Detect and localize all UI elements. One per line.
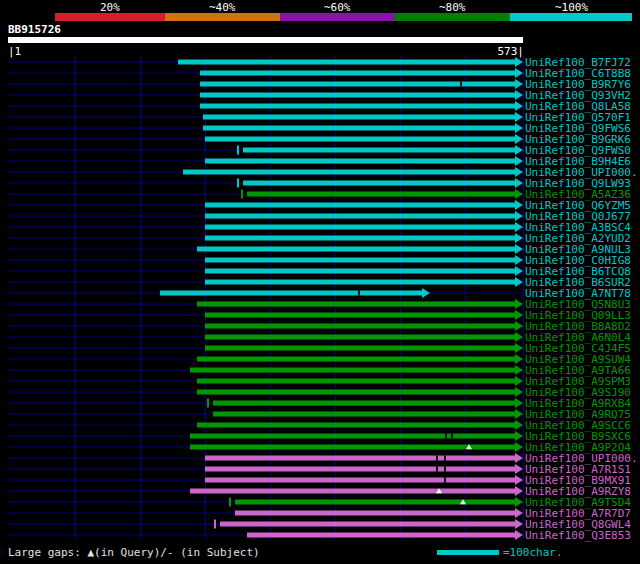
large-gaps-legend: Large gaps: ▲(in Query)/- (in Subject) [8, 546, 260, 559]
color-key-segment-40-60 [280, 13, 395, 21]
alignment-bar[interactable] [205, 224, 515, 229]
alignment-bar[interactable] [247, 191, 515, 196]
alignment-arrowhead [515, 222, 523, 232]
alignment-bar[interactable] [243, 147, 515, 152]
color-key-percent-label: ~40% [209, 2, 236, 13]
alignment-bar[interactable] [200, 103, 515, 108]
alignment-bar[interactable] [205, 279, 515, 284]
alignment-arrowhead [515, 134, 523, 144]
subject-gap-mark [444, 455, 446, 460]
alignment-bar[interactable] [243, 180, 515, 185]
scale-ruler-bar [437, 550, 499, 555]
color-key-percent-label: ~100% [555, 2, 588, 13]
query-gap-triangle-icon [436, 488, 442, 493]
alignment-bar[interactable] [205, 345, 515, 350]
alignment-arrowhead [515, 211, 523, 221]
subject-gap-mark [444, 466, 446, 471]
alignment-arrowhead [515, 519, 523, 529]
alignment-bar[interactable] [205, 213, 515, 218]
alignment-arrowhead [515, 431, 523, 441]
alignment-arrowhead [515, 365, 523, 375]
subject-gap-mark [436, 455, 438, 460]
alignment-arrowhead [422, 288, 430, 298]
alignment-arrowhead [515, 387, 523, 397]
alignment-arrowhead [515, 244, 523, 254]
alignment-start-tick [207, 398, 209, 407]
alignment-bar[interactable] [160, 290, 422, 295]
alignment-bar[interactable] [205, 268, 515, 273]
alignment-bar[interactable] [205, 235, 515, 240]
hit-label[interactable]: UniRef100_Q3E853 [525, 529, 631, 540]
alignment-bar[interactable] [190, 433, 515, 438]
alignment-arrowhead [515, 68, 523, 78]
alignment-bar[interactable] [205, 323, 515, 328]
alignment-arrowhead [515, 530, 523, 540]
query-bar [8, 37, 523, 43]
alignment-arrowhead [515, 266, 523, 276]
alignment-bar[interactable] [203, 125, 515, 130]
alignment-bar[interactable] [205, 158, 515, 163]
alignment-arrowhead [515, 420, 523, 430]
alignment-bar[interactable] [235, 499, 515, 504]
alignment-bar[interactable] [197, 356, 515, 361]
alignment-arrowhead [515, 453, 523, 463]
color-key-segment-60-80 [395, 13, 510, 21]
alignment-start-tick [214, 519, 216, 528]
alignment-arrowhead [515, 475, 523, 485]
alignment-start-tick [237, 145, 239, 154]
alignment-arrowhead [515, 112, 523, 122]
alignment-bar[interactable] [197, 389, 515, 394]
color-key-bar [55, 13, 632, 21]
alignment-arrowhead [515, 189, 523, 199]
alignment-arrowhead [515, 464, 523, 474]
subject-gap-mark [451, 433, 453, 438]
alignment-bar[interactable] [213, 400, 515, 405]
alignment-arrowhead [515, 90, 523, 100]
alignment-bar[interactable] [247, 532, 515, 537]
alignment-arrowhead [515, 101, 523, 111]
alignment-bar[interactable] [205, 312, 515, 317]
alignment-arrowhead [515, 508, 523, 518]
alignment-bar[interactable] [205, 466, 515, 471]
subject-gap-mark [436, 466, 438, 471]
scale-ruler-label: =100char. [503, 546, 563, 559]
alignment-bar[interactable] [220, 521, 515, 526]
alignment-bar[interactable] [200, 81, 515, 86]
alignment-bar[interactable] [205, 257, 515, 262]
alignment-bar[interactable] [205, 477, 515, 482]
query-gap-triangle-icon [460, 499, 466, 504]
alignment-bar[interactable] [200, 92, 515, 97]
alignment-bar[interactable] [178, 59, 515, 64]
alignment-arrowhead [515, 442, 523, 452]
alignment-bar[interactable] [197, 246, 515, 251]
alignment-bar[interactable] [205, 202, 515, 207]
alignment-bar[interactable] [190, 367, 515, 372]
alignment-start-tick [237, 178, 239, 187]
alignment-arrowhead [515, 57, 523, 67]
alignment-bar[interactable] [197, 301, 515, 306]
alignment-bar[interactable] [205, 455, 515, 460]
alignment-bar[interactable] [190, 488, 515, 493]
alignment-bar[interactable] [197, 422, 515, 427]
alignment-bar[interactable] [205, 136, 515, 141]
alignment-plot: UniRef100_B7FJ72UniRef100_C6T8B8UniRef10… [8, 56, 640, 540]
alignment-arrowhead [515, 156, 523, 166]
alignment-bar[interactable] [183, 169, 515, 174]
alignment-arrowhead [515, 233, 523, 243]
alignment-arrowhead [515, 299, 523, 309]
alignment-arrowhead [515, 332, 523, 342]
alignment-bar[interactable] [200, 70, 515, 75]
alignment-bar[interactable] [235, 510, 515, 515]
alignment-bar[interactable] [213, 411, 515, 416]
alignment-arrowhead [515, 255, 523, 265]
alignment-arrowhead [515, 343, 523, 353]
alignment-bar[interactable] [203, 114, 515, 119]
alignment-start-tick [241, 189, 243, 198]
subject-gap-mark [445, 433, 447, 438]
alignment-arrowhead [515, 167, 523, 177]
alignment-bar[interactable] [197, 378, 515, 383]
alignment-arrowhead [515, 145, 523, 155]
alignment-bar[interactable] [205, 334, 515, 339]
color-key-segment-0-20 [55, 13, 165, 21]
alignment-arrowhead [515, 354, 523, 364]
